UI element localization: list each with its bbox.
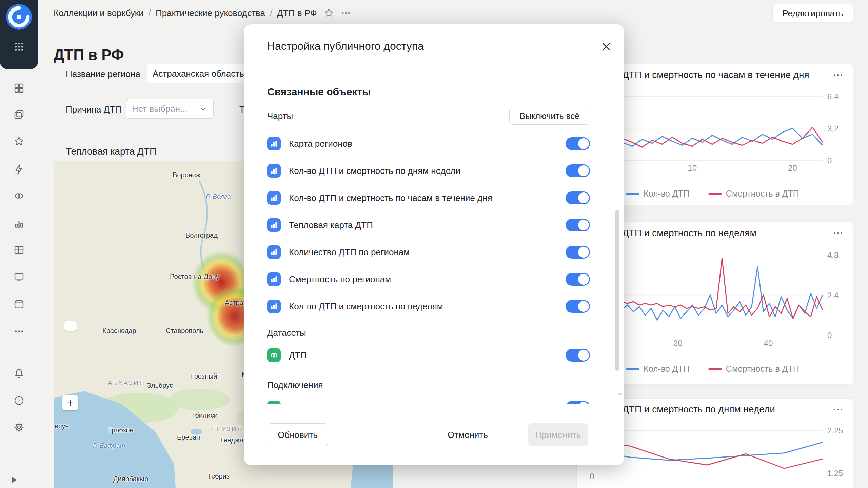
svg-text:40: 40 xyxy=(764,339,773,348)
map-label-city: Тебриз xyxy=(208,472,230,480)
cancel-button[interactable]: Отменить xyxy=(439,423,496,446)
chart-row: Количество ДТП по регионам xyxy=(267,239,590,266)
chart-menu-button[interactable] xyxy=(830,69,845,81)
tables-icon[interactable] xyxy=(12,243,26,258)
modal-footer: Обновить Отменить Применить xyxy=(244,404,624,465)
dataset-row: ДТП xyxy=(267,342,590,369)
chart-row-label: Кол-во ДТП и смертность по неделям xyxy=(289,301,443,312)
legend-label: Кол-во ДТП xyxy=(644,189,689,199)
line-chart-weekdays: 2,251,250 xyxy=(592,426,853,488)
datasets-icon[interactable] xyxy=(12,188,26,203)
disable-all-button[interactable]: Выключить всё xyxy=(509,107,590,125)
connection-icon xyxy=(267,401,281,404)
favorite-star-icon[interactable] xyxy=(324,8,334,18)
breadcrumb-current[interactable]: ДТП в РФ xyxy=(277,8,317,18)
chart-row: Кол-во ДТП и смертность по часам в течен… xyxy=(267,184,590,211)
legend-label: Кол-во ДТП xyxy=(644,364,689,374)
svg-text:20: 20 xyxy=(673,339,683,348)
chart-icon xyxy=(267,272,281,286)
edit-button[interactable]: Редактировать xyxy=(773,4,853,22)
breadcrumb-guides[interactable]: Практические руководства xyxy=(156,8,265,18)
presentations-icon[interactable] xyxy=(12,270,26,285)
svg-text:2,25: 2,25 xyxy=(827,426,843,435)
chart-toggle[interactable] xyxy=(566,137,590,150)
chart-icon xyxy=(267,218,281,232)
cause-filter-value: Нет выбран... xyxy=(132,104,188,114)
datasets-group-label: Датасеты xyxy=(267,322,590,338)
storage-box-icon[interactable] xyxy=(12,297,26,312)
more-ellipsis-icon[interactable] xyxy=(12,324,26,339)
chart-row: Карта регионов xyxy=(267,130,590,157)
close-icon[interactable] xyxy=(599,39,614,54)
line-chart-hours: 6,43,201020 xyxy=(592,96,853,179)
dataset-row-label: ДТП xyxy=(289,350,307,361)
map-section-title: Тепловая карта ДТП xyxy=(66,146,156,157)
chart-row-label: Карта регионов xyxy=(289,139,352,149)
svg-text:0: 0 xyxy=(827,331,832,340)
charts-icon[interactable] xyxy=(12,216,26,231)
svg-text:0: 0 xyxy=(590,472,594,481)
favorites-star-icon[interactable] xyxy=(12,134,26,149)
legend-label: Смертность в ДТП xyxy=(726,364,799,374)
map-label-city: Диярбакыр xyxy=(113,475,148,483)
chart-row: Кол-во ДТП и смертность по неделям xyxy=(267,293,590,320)
legend-line-blue xyxy=(626,368,639,370)
cause-filter-select[interactable]: Нет выбран... xyxy=(126,99,214,119)
connections-group-label: Подключения xyxy=(267,374,590,390)
map-label-water: Р. Волга xyxy=(206,193,231,200)
breadcrumb-separator: / xyxy=(149,8,151,18)
chart-row-label: Кол-во ДТП и смертность по часам в течен… xyxy=(289,193,492,203)
connection-row xyxy=(267,394,590,404)
svg-text:6,4: 6,4 xyxy=(827,92,839,101)
chart-toggle[interactable] xyxy=(566,300,590,313)
breadcrumb: Коллекции и воркбуки / Практические руко… xyxy=(54,0,351,26)
datalens-logo-icon[interactable] xyxy=(5,3,33,30)
map-label-city: Ереван xyxy=(177,433,200,441)
chart-icon xyxy=(267,245,281,259)
charts-group-label: Чарты xyxy=(267,111,293,121)
dashboards-icon[interactable] xyxy=(12,81,26,96)
legend-item: Кол-во ДТП xyxy=(626,364,689,374)
chart-toggle[interactable] xyxy=(566,164,590,177)
modal-title: Настройка публичного доступа xyxy=(267,40,424,53)
chart-menu-button[interactable] xyxy=(830,227,845,239)
legend-label: Смертность в ДТП xyxy=(726,189,799,199)
svg-text:1,25: 1,25 xyxy=(827,469,843,478)
chart-toggle[interactable] xyxy=(566,273,590,286)
legend-line-blue xyxy=(626,193,639,195)
quick-actions-lightning-icon[interactable] xyxy=(12,162,26,177)
chart-legend: Кол-во ДТП Смертность в ДТП xyxy=(626,364,799,374)
notifications-bell-icon[interactable] xyxy=(12,366,26,381)
legend-line-red xyxy=(708,368,722,370)
region-filter-value: Астраханская область xyxy=(153,68,244,79)
breadcrumb-collections[interactable]: Коллекции и воркбуки xyxy=(54,8,144,18)
settings-gear-icon[interactable] xyxy=(12,420,26,435)
map-label-city: Гянджа xyxy=(220,436,243,444)
chart-toggle[interactable] xyxy=(566,246,590,259)
zoom-slider-handle[interactable]: ⋯ xyxy=(64,321,77,331)
apps-menu-icon[interactable] xyxy=(12,39,26,54)
connection-toggle[interactable] xyxy=(566,401,590,404)
map-label-water: Р. Евфрат xyxy=(93,442,125,449)
map-label-city: Грозный xyxy=(191,372,217,380)
zoom-in-button[interactable]: + xyxy=(62,395,78,410)
chart-toggle[interactable] xyxy=(566,219,590,231)
legend-item: Смертность в ДТП xyxy=(708,364,799,374)
chart-toggle[interactable] xyxy=(566,191,590,204)
breadcrumb-more-icon[interactable] xyxy=(341,8,351,18)
breadcrumb-separator: / xyxy=(270,8,272,18)
chart-legend: Кол-во ДТП Смертность в ДТП xyxy=(626,189,799,199)
modal-scrollbar-thumb[interactable] xyxy=(615,210,619,371)
help-icon[interactable]: ? xyxy=(12,393,26,408)
dataset-toggle[interactable] xyxy=(566,349,590,362)
chart-menu-button[interactable] xyxy=(830,403,845,415)
region-filter-select[interactable]: Астраханская область xyxy=(147,64,246,83)
map-label-city: Воронеж xyxy=(173,171,200,179)
apply-button[interactable]: Применить xyxy=(528,423,588,446)
collapse-arrow-icon[interactable] xyxy=(6,472,21,487)
page-title: ДТП в РФ xyxy=(54,46,124,63)
svg-text:3,2: 3,2 xyxy=(827,124,839,133)
update-button[interactable]: Обновить xyxy=(268,423,328,446)
workbooks-icon[interactable] xyxy=(12,107,26,122)
region-filter-label: Название региона xyxy=(66,69,140,79)
